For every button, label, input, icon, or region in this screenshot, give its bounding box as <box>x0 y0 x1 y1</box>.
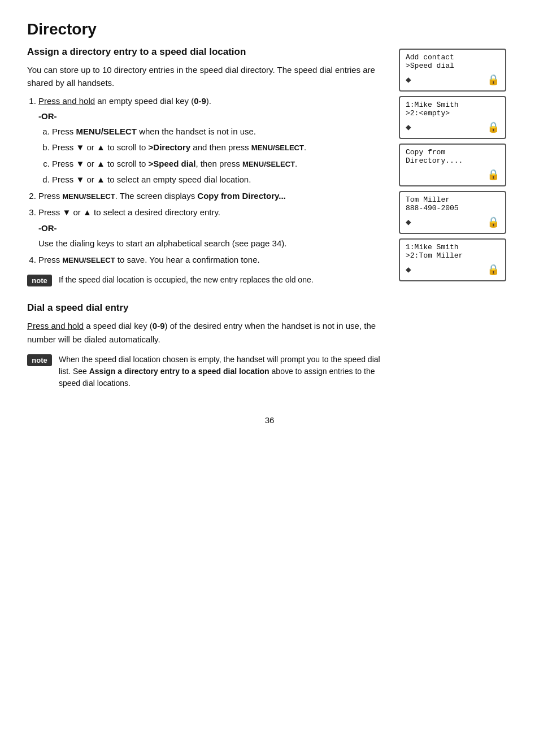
section2: Dial a speed dial entry Press and hold a… <box>27 302 385 389</box>
key-range-1: 0-9 <box>194 96 206 106</box>
screen3-line1: Copy from <box>406 148 499 157</box>
screen1-line2: >Speed dial <box>406 62 499 70</box>
note-box-2: note When the speed dial location chosen… <box>27 354 385 389</box>
menu-select-4: MENU/SELECT <box>63 256 115 264</box>
screen2-line2: >2:<empty> <box>406 109 499 118</box>
note-label-1: note <box>27 275 52 286</box>
press-hold-link-2: Press and hold <box>27 321 84 331</box>
press-hold-link: Press and hold <box>38 96 95 106</box>
menu-select-a: MENU/SELECT <box>76 127 137 136</box>
screen5-line1: 1:Mike Smith <box>406 243 499 251</box>
screen2-line1: 1:Mike Smith <box>406 101 499 109</box>
menu-select-b: MENU/SELECT <box>251 144 304 152</box>
page-title: Directory <box>27 20 512 38</box>
note-box-1: note If the speed dial location is occup… <box>27 274 385 286</box>
screen5-controls: ◆ 🔒 <box>406 263 499 276</box>
screen1-controls: ◆ 🔒 <box>406 73 499 86</box>
screen4-arrow: ◆ <box>406 216 411 228</box>
phone-screens: Add contact >Speed dial ◆ 🔒 1:Mike Smith… <box>399 49 512 281</box>
screen1-arrow: ◆ <box>406 74 411 85</box>
sub-step-b: Press ▼ or ▲ to scroll to >Directory and… <box>52 141 385 154</box>
screen1-line1: Add contact <box>406 53 499 62</box>
phone-screen-5: 1:Mike Smith >2:Tom Miller ◆ 🔒 <box>399 238 506 281</box>
screen4-line1: Tom Miller <box>406 195 499 204</box>
screen3-arrow <box>406 170 411 180</box>
step-3-extra: Use the dialing keys to start an alphabe… <box>38 237 385 250</box>
screen5-arrow: ◆ <box>406 264 411 275</box>
section2-heading: Dial a speed dial entry <box>27 302 385 314</box>
section2-intro: Press and hold a speed dial key (0-9) of… <box>27 319 385 346</box>
screen2-controls: ◆ 🔒 <box>406 121 499 133</box>
note-text-1: If the speed dial location is occupied, … <box>59 274 314 286</box>
screen1-icon: 🔒 <box>487 73 499 86</box>
phone-screen-4: Tom Miller 888-490-2005 ◆ 🔒 <box>399 191 506 234</box>
speed-dial-link-c: >Speed dial <box>149 159 196 168</box>
screen2-icon: 🔒 <box>487 121 499 133</box>
sub-step-c: Press ▼ or ▲ to scroll to >Speed dial, t… <box>52 157 385 170</box>
copy-from-dir: Copy from Directory... <box>197 191 285 201</box>
main-content: Assign a directory entry to a speed dial… <box>27 46 385 397</box>
or-block-3: -OR- <box>38 221 385 234</box>
page-number: 36 <box>27 415 512 425</box>
sub-steps: Press MENU/SELECT when the handset is no… <box>52 125 385 186</box>
screen3-icon: 🔒 <box>487 168 499 181</box>
phone-screen-1: Add contact >Speed dial ◆ 🔒 <box>399 49 506 92</box>
steps-list: Press and hold an empty speed dial key (… <box>38 94 385 267</box>
assign-ref: Assign a directory entry to a speed dial… <box>89 367 270 376</box>
screen4-controls: ◆ 🔒 <box>406 216 499 228</box>
screen3-line2: Directory.... <box>406 157 499 165</box>
step-3: Press ▼ or ▲ to select a desired directo… <box>38 206 385 250</box>
note-text-2: When the speed dial location chosen is e… <box>59 354 385 389</box>
section1-heading: Assign a directory entry to a speed dial… <box>27 46 385 58</box>
phone-screen-3: Copy from Directory.... 🔒 <box>399 144 506 186</box>
screen4-line2: 888-490-2005 <box>406 204 499 212</box>
or-block-1: -OR- <box>38 110 385 123</box>
step-1: Press and hold an empty speed dial key (… <box>38 94 385 186</box>
screen2-arrow: ◆ <box>406 121 411 133</box>
directory-link-b: >Directory <box>149 142 191 152</box>
section1-intro: You can store up to 10 directory entries… <box>27 63 385 90</box>
step-4: Press MENU/SELECT to save. You hear a co… <box>38 253 385 266</box>
sub-step-a: Press MENU/SELECT when the handset is no… <box>52 125 385 138</box>
menu-select-2: MENU/SELECT <box>63 192 115 201</box>
step-2: Press MENU/SELECT. The screen displays C… <box>38 189 385 202</box>
note-label-2: note <box>27 354 52 366</box>
screen4-icon: 🔒 <box>487 216 499 228</box>
sub-step-d: Press ▼ or ▲ to select an empty speed di… <box>52 173 385 186</box>
screen3-controls: 🔒 <box>406 168 499 181</box>
key-range-2: 0-9 <box>153 321 165 331</box>
menu-select-c: MENU/SELECT <box>242 160 295 168</box>
screen5-line2: >2:Tom Miller <box>406 251 499 260</box>
phone-screen-2: 1:Mike Smith >2:<empty> ◆ 🔒 <box>399 96 506 139</box>
step-1-text: Press and hold an empty speed dial key (… <box>38 96 211 106</box>
screen5-icon: 🔒 <box>487 263 499 276</box>
